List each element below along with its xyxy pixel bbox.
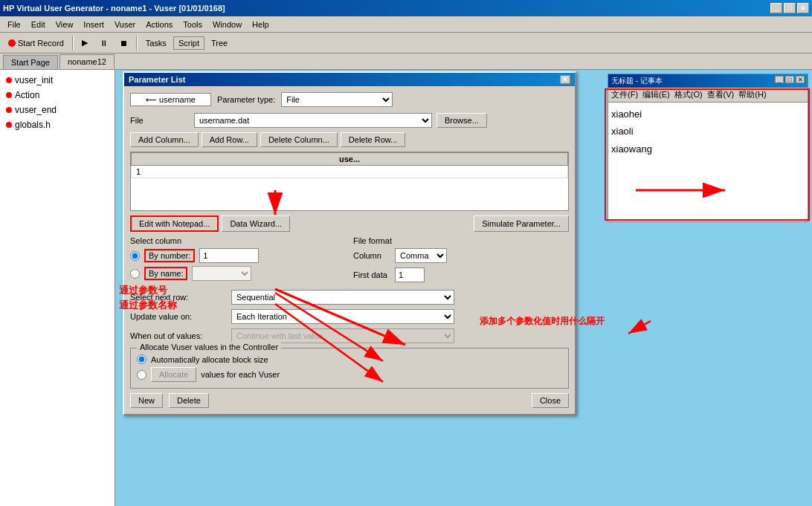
- tree-item-globals[interactable]: globals.h: [3, 117, 112, 132]
- file-select[interactable]: username.dat: [194, 113, 432, 128]
- start-record-button[interactable]: Start Record: [3, 36, 69, 50]
- notepad-menu-file[interactable]: 文件(F): [611, 89, 638, 100]
- when-out-label: When out of values:: [130, 331, 227, 340]
- table-cell-row1: 1: [132, 166, 568, 178]
- close-button-dialog[interactable]: Close: [532, 393, 569, 408]
- menu-vuser[interactable]: Vuser: [110, 19, 140, 30]
- table-buttons-row: Add Column... Add Row... Delete Column..…: [130, 132, 569, 147]
- tab-start-page[interactable]: Start Page: [3, 55, 58, 69]
- new-button[interactable]: New: [130, 393, 163, 408]
- table-header-use: use...: [132, 153, 568, 166]
- notepad-menu-help[interactable]: 帮助(H): [738, 89, 766, 100]
- simulate-parameter-button[interactable]: Simulate Parameter...: [474, 215, 569, 232]
- edit-notepad-button[interactable]: Edit with Notepad...: [130, 215, 219, 232]
- tree-item-vuser-init[interactable]: vuser_init: [3, 73, 112, 88]
- notepad-line-3: xiaowang: [611, 140, 805, 158]
- notepad-close[interactable]: ✕: [796, 76, 805, 83]
- by-name-select[interactable]: [192, 266, 251, 281]
- main-layout: vuser_init Action vuser_end globals.h Pa…: [0, 70, 812, 506]
- notepad-title-bar: 无标题 - 记事本 _ □ ✕: [608, 74, 808, 88]
- notepad-menu-edit[interactable]: 编辑(E): [642, 89, 670, 100]
- tree-dot-icon: [6, 77, 12, 83]
- when-out-row: When out of values: Continue with last v…: [130, 328, 569, 343]
- delete-button[interactable]: Delete: [169, 393, 209, 408]
- svg-line-6: [628, 321, 651, 334]
- update-value-label: Update value on:: [130, 312, 227, 321]
- menu-tools[interactable]: Tools: [178, 19, 207, 30]
- allocate-group: Allocate Vuser values in the Controller …: [130, 348, 569, 389]
- dialog-title-text: Parameter List: [129, 75, 185, 84]
- column-label: Column: [353, 251, 390, 260]
- maximize-button[interactable]: □: [784, 3, 796, 13]
- menu-file[interactable]: File: [3, 19, 25, 30]
- notepad-menu-format[interactable]: 格式(O): [674, 89, 703, 100]
- tree-item-action[interactable]: Action: [3, 88, 112, 103]
- by-number-radio[interactable]: [130, 251, 140, 261]
- select-column-group: Select column By number: By name:: [130, 236, 346, 287]
- title-text: HP Virtual User Generator - noname1 - Vu…: [3, 4, 225, 13]
- menu-edit[interactable]: Edit: [27, 19, 50, 30]
- column-format-select[interactable]: Comma Tab Space: [395, 248, 447, 263]
- file-row: File username.dat Browse...: [130, 113, 569, 128]
- play-button[interactable]: ▶: [77, 36, 93, 50]
- minimize-button[interactable]: _: [770, 3, 782, 13]
- by-name-radio[interactable]: [130, 269, 140, 279]
- select-next-row-select[interactable]: Sequential Random Unique: [231, 290, 454, 305]
- close-button[interactable]: ✕: [797, 3, 809, 13]
- data-wizard-button[interactable]: Data Wizard...: [222, 215, 290, 232]
- dialog-title-bar: Parameter List ✕: [124, 73, 575, 86]
- menu-window[interactable]: Window: [208, 19, 246, 30]
- tree-button[interactable]: Tree: [206, 36, 233, 50]
- tasks-button[interactable]: Tasks: [141, 36, 172, 50]
- add-column-button[interactable]: Add Column...: [130, 132, 199, 147]
- notepad-minimize[interactable]: _: [775, 76, 784, 83]
- pause-button[interactable]: ⏸: [94, 36, 113, 50]
- allocate-group-title: Allocate Vuser values in the Controller: [137, 343, 281, 351]
- script-tree: vuser_init Action vuser_end globals.h: [0, 70, 115, 506]
- per-vuser-label: values for each Vuser: [201, 370, 280, 379]
- tree-item-vuser-end[interactable]: vuser_end: [3, 103, 112, 117]
- select-next-row-label: Select next row:: [130, 293, 227, 302]
- toolbar-separator-2: [136, 36, 138, 51]
- file-format-label: File format: [353, 236, 569, 245]
- add-row-button[interactable]: Add Row...: [202, 132, 257, 147]
- auto-allocate-radio[interactable]: [137, 354, 146, 364]
- notepad-panel: 无标题 - 记事本 _ □ ✕ 文件(F) 编辑(E) 格式(O) 查看(V) …: [608, 74, 808, 222]
- title-bar-buttons: _ □ ✕: [770, 3, 809, 13]
- param-name-box: ⟵ username: [130, 93, 211, 106]
- menu-view[interactable]: View: [51, 19, 78, 30]
- when-out-select: Continue with last value: [231, 328, 454, 343]
- dialog-close-button[interactable]: ✕: [560, 75, 570, 84]
- update-value-row: Update value on: Each Iteration Each Occ…: [130, 309, 569, 324]
- delete-row-button[interactable]: Delete Row...: [341, 132, 405, 147]
- toolbar-separator-1: [72, 36, 74, 51]
- browse-button[interactable]: Browse...: [436, 113, 487, 128]
- menu-actions[interactable]: Actions: [141, 19, 177, 30]
- select-column-label: Select column: [130, 236, 346, 245]
- notepad-maximize[interactable]: □: [785, 76, 794, 83]
- stop-button[interactable]: ⏹: [115, 36, 133, 50]
- param-name-label: username: [159, 95, 196, 104]
- by-number-input[interactable]: [199, 248, 259, 263]
- script-button[interactable]: Script: [173, 36, 204, 50]
- allocate-radio[interactable]: [137, 370, 146, 380]
- first-data-row: First data: [353, 267, 569, 282]
- tree-dot-icon-2: [6, 92, 12, 98]
- tree-dot-icon-3: [6, 107, 12, 113]
- parameter-list-dialog: Parameter List ✕ ⟵ username Parameter ty…: [123, 71, 576, 415]
- script-content: Parameter List ✕ ⟵ username Parameter ty…: [115, 70, 812, 506]
- notepad-menu-view[interactable]: 查看(V): [707, 89, 735, 100]
- first-data-input[interactable]: [395, 267, 425, 282]
- by-name-row: By name:: [130, 266, 346, 281]
- auto-allocate-label: Automatically allocate block size: [151, 355, 268, 364]
- menu-help[interactable]: Help: [248, 19, 274, 30]
- action-buttons-row: Edit with Notepad... Data Wizard... Simu…: [130, 215, 569, 232]
- menu-insert[interactable]: Insert: [79, 19, 109, 30]
- param-type-select[interactable]: File Custom Date/Time Unique Number: [281, 92, 393, 107]
- select-column-section: Select column By number: By name:: [130, 236, 569, 287]
- file-format-group: File format Column Comma Tab Space First…: [353, 236, 569, 287]
- delete-column-button[interactable]: Delete Column...: [260, 132, 338, 147]
- tab-noname12[interactable]: noname12: [59, 54, 115, 69]
- dialog-body: ⟵ username Parameter type: File Custom D…: [124, 86, 575, 414]
- update-value-select[interactable]: Each Iteration Each Occurrence Once: [231, 309, 454, 324]
